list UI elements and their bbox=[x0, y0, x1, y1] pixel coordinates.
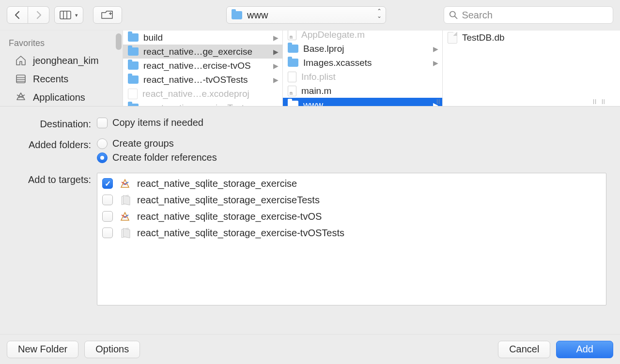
file-row[interactable]: TestDB.db bbox=[443, 30, 599, 45]
file-label: react_native…ercise-tvOS bbox=[143, 61, 251, 71]
chevron-right-icon: ▶ bbox=[273, 34, 279, 42]
sidebar-header: Favorites bbox=[0, 35, 123, 51]
column-resize-grip[interactable]: || bbox=[593, 98, 597, 104]
create-groups-radio[interactable] bbox=[97, 138, 108, 149]
target-checkbox[interactable] bbox=[102, 211, 113, 222]
file-m-icon bbox=[288, 30, 296, 40]
chevron-right-icon: ▶ bbox=[273, 48, 279, 56]
file-row[interactable]: www▶ bbox=[283, 98, 442, 106]
apps-icon bbox=[15, 91, 27, 104]
file-label: Base.lproj bbox=[303, 44, 344, 54]
file-label: Info.plist bbox=[301, 72, 336, 82]
new-folder-button[interactable]: New Folder bbox=[7, 341, 78, 358]
search-field[interactable] bbox=[444, 6, 613, 24]
chevron-right-icon: ▶ bbox=[433, 59, 438, 67]
view-mode-button[interactable]: ▾ bbox=[54, 6, 83, 24]
app-target-icon bbox=[119, 177, 131, 190]
destination-label: Destination: bbox=[14, 117, 97, 130]
column-2: AppDelegate.mBase.lproj▶Images.xcassets▶… bbox=[282, 30, 442, 106]
sidebar-item-apps[interactable]: Applications bbox=[0, 88, 123, 106]
file-label: main.m bbox=[301, 86, 331, 96]
options-button[interactable]: Options bbox=[84, 341, 140, 358]
create-folder-refs-label: Create folder references bbox=[112, 152, 217, 163]
sidebar-item-home[interactable]: jeonghean_kim bbox=[0, 51, 123, 70]
file-row[interactable]: react_native…e.xcodeproj bbox=[123, 87, 282, 101]
column-1: build▶react_native…ge_exercise▶react_nat… bbox=[123, 30, 282, 106]
file-row[interactable]: build▶ bbox=[123, 30, 282, 45]
back-button[interactable] bbox=[7, 6, 28, 24]
options-panel: Destination: Copy items if needed Added … bbox=[0, 106, 620, 305]
folder-icon bbox=[128, 76, 139, 84]
folder-icon bbox=[128, 61, 139, 70]
file-row[interactable]: react_native…-tvOSTests▶ bbox=[123, 73, 282, 87]
add-button[interactable]: Add bbox=[556, 341, 613, 358]
app-target-icon bbox=[119, 210, 131, 223]
chevron-right-icon: ▶ bbox=[433, 45, 438, 53]
copy-items-label: Copy items if needed bbox=[112, 117, 203, 128]
new-folder-icon-button[interactable] bbox=[93, 6, 122, 24]
sidebar-item-label: Applications bbox=[33, 92, 85, 103]
file-label: react_native…-tvOSTests bbox=[143, 75, 248, 85]
target-label: react_native_sqlite_storage_exerciseTest… bbox=[137, 195, 320, 206]
file-row[interactable]: react_native…ge_exercise▶ bbox=[123, 45, 282, 59]
recents-icon bbox=[15, 73, 27, 85]
file-label: react_native…ge_exercise bbox=[143, 46, 252, 57]
footer: New Folder Options Cancel Add bbox=[0, 334, 620, 364]
targets-list: react_native_sqlite_storage_exercisereac… bbox=[97, 173, 606, 305]
path-popup[interactable]: www ⌃⌄ bbox=[226, 6, 386, 24]
home-icon bbox=[15, 54, 27, 67]
file-label: Images.xcassets bbox=[303, 58, 372, 68]
sidebar-item-label: Recents bbox=[33, 74, 68, 85]
file-browser: Favorites jeonghean_kimRecentsApplicatio… bbox=[0, 30, 620, 106]
column-resize-grip[interactable]: || bbox=[436, 98, 440, 104]
target-label: react_native_sqlite_storage_exercise-tvO… bbox=[137, 211, 322, 222]
file-row[interactable]: AppDelegate.m bbox=[283, 30, 442, 42]
svg-point-5 bbox=[450, 12, 455, 17]
target-label: react_native_sqlite_storage_exercise-tvO… bbox=[137, 228, 344, 239]
test-target-icon bbox=[119, 194, 131, 206]
stepper-icon: ⌃⌄ bbox=[377, 9, 382, 18]
search-input[interactable] bbox=[462, 10, 608, 21]
folder-icon bbox=[288, 101, 298, 106]
add-to-targets-label: Add to targets: bbox=[14, 173, 97, 185]
folder-icon bbox=[288, 59, 298, 67]
create-folder-refs-radio[interactable] bbox=[97, 152, 108, 163]
column-resize-grip[interactable]: || bbox=[599, 98, 608, 106]
column-3: TestDB.db|| bbox=[442, 30, 599, 106]
target-checkbox[interactable] bbox=[102, 178, 113, 189]
test-target-icon bbox=[119, 227, 131, 239]
cancel-button[interactable]: Cancel bbox=[498, 341, 550, 358]
target-row[interactable]: react_native_sqlite_storage_exercise-tvO… bbox=[97, 208, 606, 225]
copy-items-checkbox[interactable] bbox=[97, 118, 108, 128]
target-row[interactable]: react_native_sqlite_storage_exercise bbox=[97, 175, 606, 192]
chevron-right-icon: ▶ bbox=[273, 76, 279, 84]
file-label: www bbox=[303, 100, 323, 106]
folder-icon bbox=[128, 47, 139, 56]
chevron-down-icon: ▾ bbox=[75, 12, 78, 18]
chevron-right-icon: ▶ bbox=[273, 104, 279, 106]
file-row[interactable]: main.m bbox=[283, 84, 442, 98]
file-row[interactable]: Info.plist bbox=[283, 70, 442, 84]
file-label: react_native…erciseTests bbox=[143, 103, 249, 106]
target-row[interactable]: react_native_sqlite_storage_exercise-tvO… bbox=[97, 225, 606, 241]
file-row[interactable]: react_native…erciseTests▶ bbox=[123, 101, 282, 106]
folder-icon bbox=[288, 45, 298, 53]
file-row[interactable]: Images.xcassets▶ bbox=[283, 56, 442, 70]
file-icon bbox=[448, 32, 457, 44]
target-row[interactable]: react_native_sqlite_storage_exerciseTest… bbox=[97, 192, 606, 208]
file-label: react_native…e.xcodeproj bbox=[142, 89, 249, 99]
xcodeproj-icon bbox=[128, 89, 138, 99]
file-row[interactable]: react_native…ercise-tvOS▶ bbox=[123, 59, 282, 73]
forward-button[interactable] bbox=[28, 6, 49, 24]
file-row[interactable]: Base.lproj▶ bbox=[283, 42, 442, 56]
file-label: AppDelegate.m bbox=[301, 30, 365, 40]
nav-group bbox=[7, 6, 49, 24]
target-checkbox[interactable] bbox=[102, 195, 113, 205]
scrollbar-thumb[interactable] bbox=[116, 33, 122, 50]
sidebar-item-recents[interactable]: Recents bbox=[0, 70, 123, 88]
file-label: build bbox=[143, 32, 163, 43]
target-checkbox[interactable] bbox=[102, 228, 113, 238]
svg-rect-0 bbox=[60, 11, 71, 19]
search-icon bbox=[449, 10, 458, 20]
file-label: TestDB.db bbox=[462, 32, 505, 43]
